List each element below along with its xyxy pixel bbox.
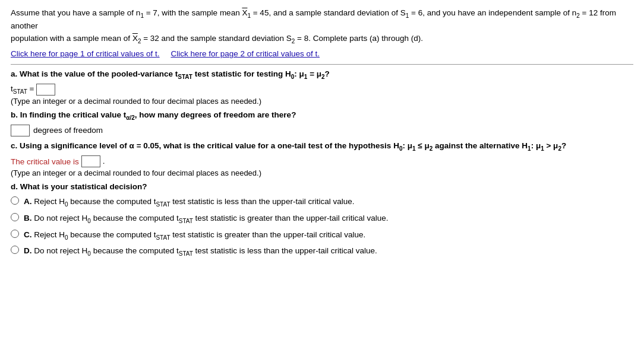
option-a[interactable]: A. Reject H0 because the computed tSTAT …	[11, 196, 633, 209]
option-d[interactable]: D. Do not reject H0 because the computed…	[11, 245, 633, 258]
option-b-letter: B.	[24, 214, 32, 222]
tstat-label: tSTAT =	[11, 84, 34, 95]
problem-statement: Assume that you have a sample of n1 = 7,…	[11, 7, 633, 46]
critical-value-row: The critical value is .	[11, 155, 633, 167]
option-c[interactable]: C. Reject H0 because the computed tSTAT …	[11, 229, 633, 242]
part-c-label: c. Using a significance level of α = 0.0…	[11, 141, 633, 152]
part-c-question: Using a significance level of α = 0.05, …	[20, 141, 566, 150]
option-c-radio[interactable]	[11, 230, 19, 238]
critical-value-input[interactable]	[81, 155, 100, 167]
tstat-row: tSTAT =	[11, 84, 633, 96]
part-d-letter: d.	[11, 182, 18, 191]
link-page1[interactable]: Click here for page 1 of critical values…	[11, 49, 160, 58]
part-c-letter: c.	[11, 141, 17, 150]
critical-value-label: The critical value is	[11, 157, 79, 166]
options-section: A. Reject H0 because the computed tSTAT …	[11, 196, 633, 258]
option-c-letter: C.	[24, 230, 32, 239]
option-a-text: A. Reject H0 because the computed tSTAT …	[24, 196, 354, 209]
option-c-content: Reject H0 because the computed tSTAT tes…	[34, 230, 365, 239]
divider-top	[11, 64, 633, 65]
part-b-label: b. In finding the critical value tα/2, h…	[11, 110, 633, 121]
dof-label: degrees of freedom	[33, 126, 103, 135]
option-a-content: Reject H0 because the computed tSTAT tes…	[34, 197, 354, 206]
option-d-letter: D.	[24, 246, 32, 255]
line1-text: Assume that you have a sample of n1 = 7,…	[11, 8, 616, 30]
part-a: a. What is the value of the pooled-varia…	[11, 69, 633, 106]
critical-value-period: .	[103, 157, 105, 166]
hint-a-text: (Type an integer or a decimal rounded to…	[11, 97, 633, 106]
part-b: b. In finding the critical value tα/2, h…	[11, 110, 633, 136]
option-a-radio[interactable]	[11, 196, 19, 205]
part-b-question: In finding the critical value tα/2, how …	[20, 110, 296, 119]
part-d-label: d. What is your statistical decision?	[11, 182, 633, 191]
option-b-radio[interactable]	[11, 213, 19, 221]
option-d-text: D. Do not reject H0 because the computed…	[24, 245, 377, 258]
option-b-text: B. Do not reject H0 because the computed…	[24, 212, 388, 225]
part-d-question: What is your statistical decision?	[20, 182, 147, 191]
tstat-input[interactable]	[36, 84, 55, 96]
option-b[interactable]: B. Do not reject H0 because the computed…	[11, 212, 633, 225]
line2-text: population with a sample mean of X2 = 32…	[11, 34, 423, 43]
link-page2[interactable]: Click here for page 2 of critical values…	[171, 49, 320, 58]
part-d: d. What is your statistical decision? A.…	[11, 182, 633, 258]
option-d-content: Do not reject H0 because the computed tS…	[34, 246, 377, 255]
dof-input[interactable]	[11, 125, 30, 136]
hint-c-text: (Type an integer or a decimal rounded to…	[11, 168, 633, 177]
option-d-radio[interactable]	[11, 246, 19, 254]
option-a-letter: A.	[24, 197, 32, 206]
option-b-content: Do not reject H0 because the computed tS…	[34, 214, 388, 222]
option-c-text: C. Reject H0 because the computed tSTAT …	[24, 229, 365, 242]
links-row: Click here for page 1 of critical values…	[11, 49, 633, 58]
part-b-letter: b.	[11, 110, 18, 119]
part-a-letter: a.	[11, 69, 17, 78]
part-c: c. Using a significance level of α = 0.0…	[11, 141, 633, 178]
part-a-label: a. What is the value of the pooled-varia…	[11, 69, 633, 80]
dof-row: degrees of freedom	[11, 125, 633, 136]
part-a-question: What is the value of the pooled-variance…	[20, 69, 330, 78]
